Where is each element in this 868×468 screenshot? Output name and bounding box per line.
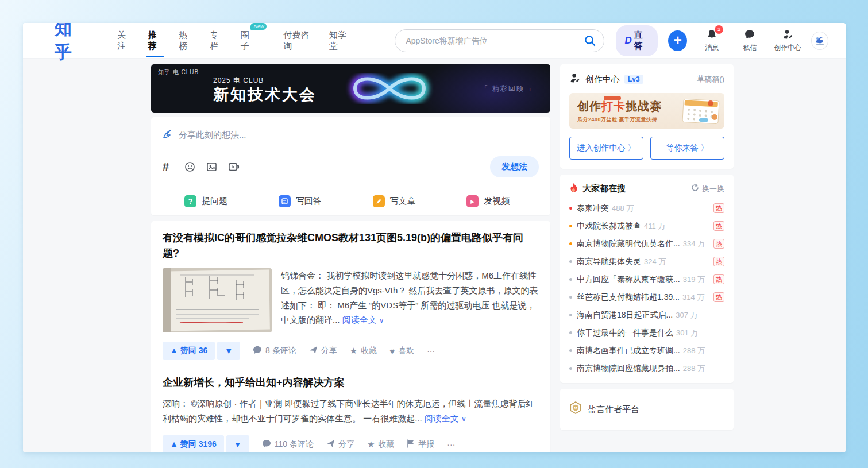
post-title[interactable]: 有没有模拟IC的哥们感觉拉杂维CMOS教材131页图5.19(b)的偏置电路似乎… [163, 230, 539, 261]
emoji-icon[interactable] [184, 161, 206, 172]
share-button[interactable]: 分享 [309, 346, 337, 356]
private-message-button[interactable]: 私信 [738, 29, 762, 53]
rank-dot [569, 349, 572, 352]
zhihu-logo[interactable]: 知乎 [55, 23, 90, 64]
nav-follow[interactable]: 关注 [117, 23, 132, 63]
comments-button[interactable]: 110 条评论 [262, 439, 314, 450]
bell-icon: 2 [706, 29, 717, 41]
enter-creator-center-button[interactable]: 进入创作中心 〉 [569, 137, 643, 160]
post-video-button[interactable]: ▶ 发视频 [445, 187, 539, 215]
comment-icon [262, 439, 271, 450]
flag-icon [407, 439, 415, 450]
nav-columns[interactable]: 专栏 [210, 23, 225, 63]
collect-button[interactable]: ★ 收藏 [350, 346, 377, 356]
upvote-button[interactable]: ▲ 赞同 36 [163, 342, 215, 360]
hot-item-2[interactable]: 中戏院长郝戎被查411 万热 [569, 217, 724, 235]
feed-card: 有没有模拟IC的哥们感觉拉杂维CMOS教材131页图5.19(b)的偏置电路似乎… [151, 221, 550, 452]
like-button[interactable]: ♥ 喜欢 [389, 346, 414, 356]
hot-item-1[interactable]: 泰柬冲突488 万热 [569, 199, 724, 217]
hot-badge: 热 [713, 257, 724, 266]
nav-paid-consult[interactable]: 付费咨询 [283, 23, 313, 63]
user-avatar[interactable] [811, 32, 828, 50]
ask-question-button[interactable]: ? 提问题 [163, 187, 257, 215]
hot-item-5[interactable]: 中方回应「泰称从柬军缴获...319 万热 [569, 270, 724, 288]
messages-label: 消息 [705, 43, 719, 53]
composer-input[interactable]: 分享此刻的想法... [163, 129, 539, 141]
hot-item-4[interactable]: 南京导航集体失灵324 万热 [569, 253, 724, 270]
nav-zhixuetang[interactable]: 知学堂 [329, 23, 352, 63]
drafts-link[interactable]: 草稿箱() [697, 74, 724, 84]
infinity-graphic [323, 64, 456, 113]
read-more-link[interactable]: 阅读全文 ∨ [342, 315, 384, 324]
nav-circles[interactable]: 圈子 New [241, 23, 256, 63]
more-icon: ··· [427, 346, 435, 355]
event-banner[interactable]: 知乎 电 CLUB 2025 电 CLUB 新知技术大会 「 精彩回顾 」 [151, 64, 550, 113]
hot-item-6[interactable]: 丝芭称已支付鞠婧祎超1.39...314 万热 [569, 288, 724, 306]
nav-hotlist[interactable]: 热榜 [179, 23, 194, 63]
share-button[interactable]: 分享 [326, 439, 354, 450]
write-answer-button[interactable]: 写回答 [257, 187, 351, 215]
report-button[interactable]: 举报 [407, 439, 434, 450]
hot-item-9[interactable]: 南博名画事件已成立专班调...288 万 [569, 342, 724, 359]
hot-item-10[interactable]: 南京博物院回应馆藏现身拍...288 万 [569, 359, 724, 377]
image-icon[interactable] [206, 161, 228, 172]
star-icon: ★ [350, 346, 357, 356]
article-pen-icon [373, 195, 385, 207]
refresh-button[interactable]: 换一换 [691, 184, 724, 194]
search-input[interactable] [395, 29, 604, 52]
vote-up-icon: ▲ [170, 439, 178, 448]
campaign-text-a: 创作 [577, 100, 601, 113]
read-more-link[interactable]: 阅读全文 ∨ [425, 413, 466, 423]
chevron-down-icon: ∨ [379, 316, 384, 324]
collect-button[interactable]: ★ 收藏 [367, 439, 394, 450]
write-article-button[interactable]: 写文章 [351, 187, 445, 215]
hot-item-7[interactable]: 海南自贸港18日起正式启...307 万 [569, 306, 724, 324]
creator-center-title[interactable]: 创作中心 [585, 74, 620, 85]
downvote-button[interactable]: ▼ [226, 435, 249, 452]
downvote-button[interactable]: ▼ [217, 342, 240, 360]
main-feed-column: 知乎 电 CLUB 2025 电 CLUB 新知技术大会 「 精彩回顾 」 [151, 64, 550, 452]
excerpt-text: 深响： ©深响原创 · 作者｜亚澜 即便躲过了线下商业长达半年的休克厄运，但线上… [163, 399, 534, 423]
waiting-for-answer-button[interactable]: 等你来答 〉 [650, 137, 724, 160]
medal-icon [569, 401, 582, 417]
right-sidebar: 创作中心 Lv3 草稿箱() 创作打卡挑战赛 瓜分2400万盐粒 赢千万流量扶持… [560, 64, 734, 452]
post-thumbnail[interactable] [163, 268, 272, 332]
create-plus-button[interactable]: + [668, 30, 687, 51]
zhida-logo-icon: D [624, 35, 631, 47]
zhida-button[interactable]: D 直答 [616, 25, 658, 56]
question-icon: ? [184, 195, 196, 207]
nav-recommend[interactable]: 推荐 [148, 23, 163, 63]
hot-item-3[interactable]: 南京博物院藏明代仇英名作...334 万热 [569, 235, 724, 253]
more-options-button[interactable]: ··· [427, 346, 435, 355]
rank-dot [569, 331, 572, 334]
comments-button[interactable]: 8 条评论 [253, 346, 296, 356]
video-icon[interactable] [228, 161, 250, 172]
yanyan-platform-title: 盐言作者平台 [588, 404, 639, 415]
level-badge: Lv3 [624, 75, 643, 84]
creator-center-button[interactable]: 创作中心 [776, 29, 800, 53]
post-action-bar: ▲ 赞同 3196 ▼ 110 条评论 分享 ★ [163, 435, 539, 452]
nav-circles-label: 圈子 [241, 30, 249, 51]
comment-icon [253, 346, 262, 356]
more-options-button[interactable]: ··· [447, 440, 455, 449]
write-article-label: 写文章 [390, 196, 416, 207]
post-title[interactable]: 企业新增长，知乎给出知+内容解决方案 [163, 375, 539, 390]
zhihu-window: 知乎 关注 推荐 热榜 专栏 圈子 New 付费咨询 知学堂 D 直答 + [23, 23, 846, 452]
yanyan-platform-card[interactable]: 盐言作者平台 [560, 389, 734, 430]
hot-badge: 热 [713, 221, 724, 231]
post-idea-button[interactable]: 发想法 [490, 156, 539, 177]
campaign-banner[interactable]: 创作打卡挑战赛 瓜分2400万盐粒 赢千万流量扶持 [569, 93, 724, 129]
rank-dot [569, 207, 572, 210]
hot-search-title: 大家都在搜 [582, 183, 626, 194]
campaign-text-c: 挑战赛 [626, 100, 662, 113]
banner-title: 新知技术大会 [213, 84, 317, 105]
top-actions: 2 消息 私信 创作中心 [700, 29, 800, 53]
search-icon[interactable] [584, 34, 596, 47]
hot-item-8[interactable]: 你干过最牛的一件事是什么301 万 [569, 324, 724, 342]
hot-badge: 热 [713, 292, 724, 302]
pen-icon [163, 129, 173, 141]
messages-button[interactable]: 2 消息 [700, 29, 724, 53]
hashtag-icon[interactable]: # [163, 160, 184, 173]
share-plane-icon [309, 346, 318, 356]
upvote-button[interactable]: ▲ 赞同 3196 [163, 435, 224, 452]
